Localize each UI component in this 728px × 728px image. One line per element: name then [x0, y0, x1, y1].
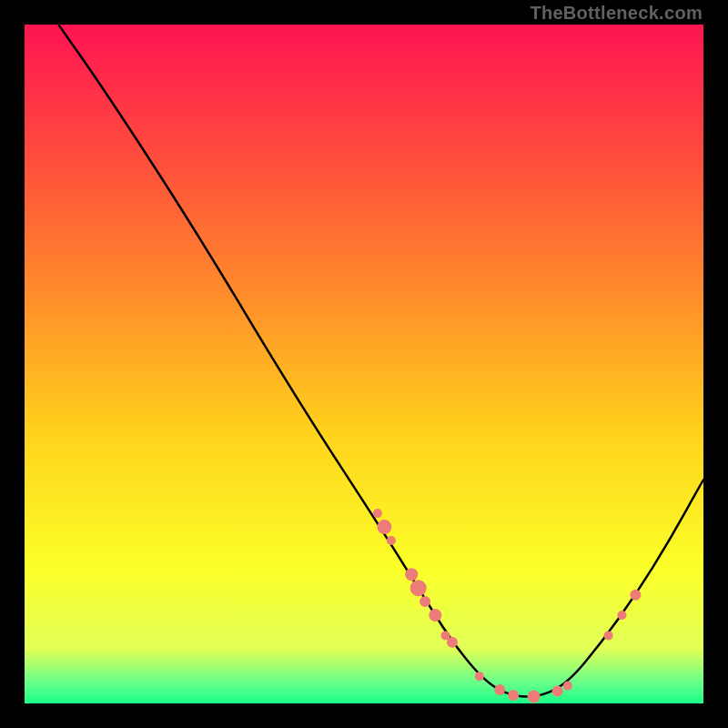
data-point [387, 536, 396, 545]
data-point [420, 596, 430, 607]
data-point [494, 684, 505, 695]
data-point [410, 580, 427, 596]
data-point [447, 637, 458, 648]
chart-plot-area [25, 25, 703, 703]
data-point [373, 509, 382, 518]
data-point [429, 609, 441, 622]
data-point [604, 631, 613, 640]
watermark-text: TheBottleneck.com [530, 3, 703, 24]
data-point [377, 520, 391, 534]
data-point [630, 590, 641, 601]
chart-svg [25, 25, 703, 703]
data-point [405, 568, 418, 581]
data-point [475, 672, 484, 681]
data-point [508, 690, 519, 701]
data-point [552, 686, 563, 697]
data-point [563, 682, 572, 691]
data-point [617, 611, 626, 620]
data-point [528, 691, 541, 703]
gradient-background [25, 25, 703, 703]
